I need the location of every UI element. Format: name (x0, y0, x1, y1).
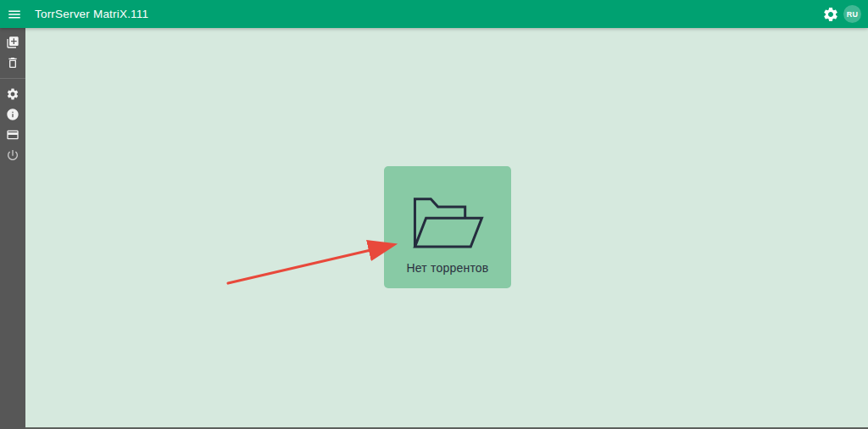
app-window: TorrServer MatriX.111 RU (0, 0, 868, 429)
shutdown-server-button[interactable] (0, 145, 25, 165)
info-icon (6, 108, 19, 121)
app-title: TorrServer MatriX.111 (35, 8, 148, 20)
empty-torrents-card[interactable]: Нет торрентов (384, 166, 511, 288)
gear-icon (6, 87, 19, 101)
gear-icon[interactable] (820, 0, 842, 28)
library-add-icon (6, 36, 19, 49)
hamburger-icon (7, 7, 22, 22)
sidebar (0, 28, 25, 429)
power-icon (6, 148, 19, 162)
main-content: Нет торрентов (25, 28, 868, 429)
red-arrow-annotation (219, 236, 407, 290)
about-button[interactable] (0, 104, 25, 125)
sidebar-divider (0, 78, 25, 79)
trash-icon (6, 56, 19, 70)
settings-button[interactable] (0, 84, 25, 104)
empty-state-label: Нет торрентов (407, 261, 489, 275)
language-badge[interactable]: RU (843, 5, 861, 23)
settings-gear-glyph (822, 6, 839, 23)
top-app-bar: TorrServer MatriX.111 RU (0, 0, 868, 28)
donate-button[interactable] (0, 125, 25, 145)
remove-all-button[interactable] (0, 53, 25, 73)
credit-card-icon (6, 128, 19, 142)
open-folder-icon (408, 192, 487, 250)
menu-icon[interactable] (2, 0, 27, 28)
add-torrent-button[interactable] (0, 32, 25, 53)
